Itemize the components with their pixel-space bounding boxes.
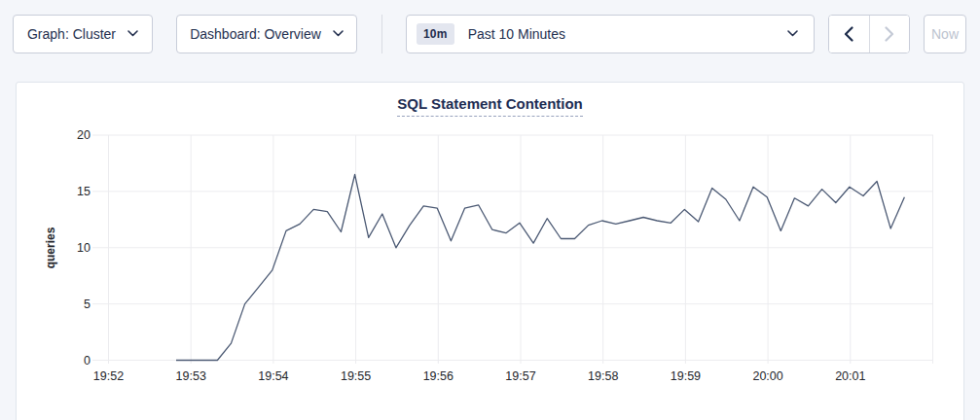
toolbar: Graph: Cluster Dashboard: Overview 10m P…: [0, 0, 980, 54]
chevron-down-icon: [787, 30, 798, 37]
x-tick-label: 20:00: [739, 368, 797, 384]
x-tick-label: 20:01: [821, 368, 880, 384]
chevron-down-icon: [333, 30, 344, 37]
x-tick-label: 19:56: [409, 368, 467, 384]
chevron-right-icon: [885, 26, 894, 42]
x-tick-label: 19:55: [327, 368, 385, 384]
x-tick-label: 19:53: [162, 368, 220, 384]
chart-card: SQL Statement Contention queries 0510152…: [16, 82, 964, 420]
graph-dropdown-label: Graph: Cluster: [27, 26, 116, 42]
x-tick-label: 19:52: [80, 368, 138, 384]
prev-time-button[interactable]: [829, 16, 869, 52]
x-tick-label: 19:59: [656, 368, 714, 384]
dashboard-dropdown[interactable]: Dashboard: Overview: [176, 15, 357, 53]
y-tick-label: 20: [59, 127, 91, 143]
y-tick-label: 10: [59, 240, 91, 256]
dashboard-dropdown-label: Dashboard: Overview: [190, 26, 321, 42]
time-range-label: Past 10 Minutes: [468, 26, 787, 42]
x-tick-label: 19:58: [574, 368, 633, 384]
now-button[interactable]: Now: [924, 15, 966, 53]
graph-dropdown[interactable]: Graph: Cluster: [13, 15, 153, 53]
time-range-badge: 10m: [417, 23, 454, 45]
chevron-left-icon: [844, 26, 853, 42]
x-tick-label: 19:57: [491, 368, 550, 384]
y-tick-label: 15: [59, 184, 91, 199]
toolbar-divider: [381, 15, 382, 53]
y-tick-label: 5: [59, 297, 91, 312]
time-step-button-group: [828, 15, 910, 53]
time-range-selector[interactable]: 10m Past 10 Minutes: [406, 15, 815, 53]
series-line-queries: [176, 175, 904, 361]
y-tick-label: 0: [59, 353, 91, 368]
next-time-button[interactable]: [869, 16, 910, 52]
x-tick-label: 19:54: [244, 368, 303, 384]
chevron-down-icon: [127, 30, 138, 37]
